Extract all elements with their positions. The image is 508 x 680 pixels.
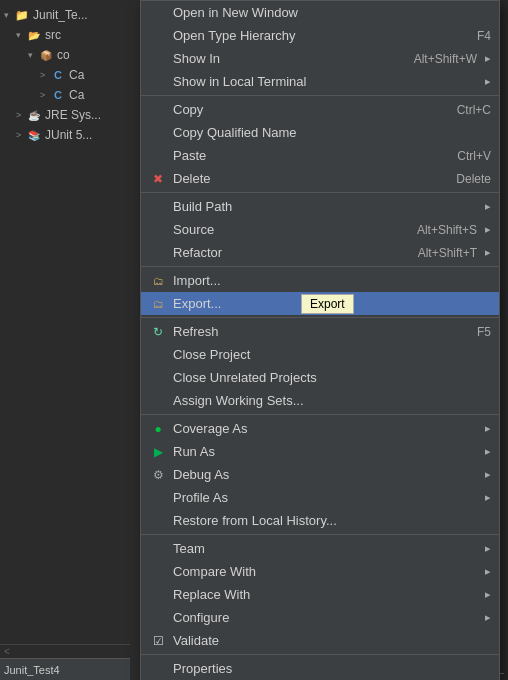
submenu-arrow-configure: ▸: [485, 611, 491, 624]
run-icon: ▶: [149, 443, 167, 461]
tree-item-ca2[interactable]: > C Ca: [0, 85, 130, 105]
menu-item-debug-as[interactable]: ⚙ Debug As ▸: [141, 463, 499, 486]
menu-item-show-local-terminal[interactable]: Show in Local Terminal ▸: [141, 70, 499, 93]
tree-item-jre[interactable]: > ☕ JRE Sys...: [0, 105, 130, 125]
tree-label-project: Junit_Te...: [33, 8, 88, 22]
menu-item-profile-as[interactable]: Profile As ▸: [141, 486, 499, 509]
shortcut-refactor: Alt+Shift+T: [418, 246, 477, 260]
menu-item-run-as[interactable]: ▶ Run As ▸: [141, 440, 499, 463]
status-bar: Junit_Test4: [0, 658, 130, 680]
menu-item-validate[interactable]: ☑ Validate: [141, 629, 499, 652]
shortcut-refresh: F5: [477, 325, 491, 339]
menu-item-paste[interactable]: Paste Ctrl+V: [141, 144, 499, 167]
submenu-arrow-compare: ▸: [485, 565, 491, 578]
arrow-ca1: >: [40, 70, 48, 80]
menu-item-copy-qualified[interactable]: Copy Qualified Name: [141, 121, 499, 144]
status-label: Junit_Test4: [4, 664, 60, 676]
debug-icon: ⚙: [149, 466, 167, 484]
menu-item-import[interactable]: 🗂 Import...: [141, 269, 499, 292]
submenu-arrow-profile: ▸: [485, 491, 491, 504]
separator-4: [141, 317, 499, 318]
menu-label-refactor: Refactor: [173, 245, 398, 260]
jre-icon: ☕: [26, 107, 42, 123]
menu-label-copy: Copy: [173, 102, 437, 117]
menu-label-close-unrelated: Close Unrelated Projects: [173, 370, 491, 385]
menu-label-configure: Configure: [173, 610, 477, 625]
coverage-icon: ●: [149, 420, 167, 438]
menu-item-build-path[interactable]: Build Path ▸: [141, 195, 499, 218]
submenu-arrow-local-terminal: ▸: [485, 75, 491, 88]
submenu-arrow-replace: ▸: [485, 588, 491, 601]
submenu-arrow-run: ▸: [485, 445, 491, 458]
menu-item-source[interactable]: Source Alt+Shift+S ▸: [141, 218, 499, 241]
submenu-arrow-coverage: ▸: [485, 422, 491, 435]
shortcut-source: Alt+Shift+S: [417, 223, 477, 237]
shortcut-delete: Delete: [456, 172, 491, 186]
refresh-icon: ↻: [149, 323, 167, 341]
menu-item-configure[interactable]: Configure ▸: [141, 606, 499, 629]
submenu-arrow-source: ▸: [485, 223, 491, 236]
menu-label-restore-local-history: Restore from Local History...: [173, 513, 491, 528]
submenu-arrow-show-in: ▸: [485, 52, 491, 65]
submenu-arrow-team: ▸: [485, 542, 491, 555]
project-tree: ▾ 📁 Junit_Te... ▾ 📂 src ▾ 📦 co > C Ca > …: [0, 0, 130, 680]
menu-item-restore-local-history[interactable]: Restore from Local History...: [141, 509, 499, 532]
menu-label-assign-working-sets: Assign Working Sets...: [173, 393, 491, 408]
tree-label-junit: JUnit 5...: [45, 128, 92, 142]
tree-item-project[interactable]: ▾ 📁 Junit_Te...: [0, 5, 130, 25]
menu-label-import: Import...: [173, 273, 491, 288]
shortcut-show-in: Alt+Shift+W: [414, 52, 477, 66]
separator-5: [141, 414, 499, 415]
menu-label-build-path: Build Path: [173, 199, 477, 214]
menu-label-copy-qualified: Copy Qualified Name: [173, 125, 491, 140]
tree-label-ca1: Ca: [69, 68, 84, 82]
menu-item-refresh[interactable]: ↻ Refresh F5: [141, 320, 499, 343]
menu-item-copy[interactable]: Copy Ctrl+C: [141, 98, 499, 121]
menu-label-delete: Delete: [173, 171, 436, 186]
menu-item-close-project[interactable]: Close Project: [141, 343, 499, 366]
menu-item-replace-with[interactable]: Replace With ▸: [141, 583, 499, 606]
menu-item-compare-with[interactable]: Compare With ▸: [141, 560, 499, 583]
menu-item-team[interactable]: Team ▸: [141, 537, 499, 560]
menu-label-source: Source: [173, 222, 397, 237]
validate-icon: ☑: [149, 632, 167, 650]
separator-6: [141, 534, 499, 535]
delete-icon: ✖: [149, 170, 167, 188]
project-icon: 📁: [14, 7, 30, 23]
tree-item-co[interactable]: ▾ 📦 co: [0, 45, 130, 65]
tree-item-junit[interactable]: > 📚 JUnit 5...: [0, 125, 130, 145]
tree-item-src[interactable]: ▾ 📂 src: [0, 25, 130, 45]
menu-label-show-local-terminal: Show in Local Terminal: [173, 74, 477, 89]
menu-item-coverage-as[interactable]: ● Coverage As ▸: [141, 417, 499, 440]
expand-arrow: ▾: [4, 10, 12, 20]
tree-item-ca1[interactable]: > C Ca: [0, 65, 130, 85]
context-menu: Open in New Window Open Type Hierarchy F…: [140, 0, 500, 680]
shortcut-copy: Ctrl+C: [457, 103, 491, 117]
menu-label-compare-with: Compare With: [173, 564, 477, 579]
menu-item-open-new-window[interactable]: Open in New Window: [141, 1, 499, 24]
menu-label-debug-as: Debug As: [173, 467, 477, 482]
menu-label-properties: Properties: [173, 661, 491, 676]
menu-item-delete[interactable]: ✖ Delete Delete: [141, 167, 499, 190]
menu-item-close-unrelated[interactable]: Close Unrelated Projects: [141, 366, 499, 389]
arrow-jre: >: [16, 110, 24, 120]
import-icon: 🗂: [149, 272, 167, 290]
class-icon-1: C: [50, 67, 66, 83]
menu-item-export[interactable]: 🗂 Export... Export: [141, 292, 499, 315]
separator-3: [141, 266, 499, 267]
tree-label-src: src: [45, 28, 61, 42]
tree-label-co: co: [57, 48, 70, 62]
menu-item-properties[interactable]: Properties: [141, 657, 499, 680]
tree-label-jre: JRE Sys...: [45, 108, 101, 122]
menu-item-open-type-hierarchy[interactable]: Open Type Hierarchy F4: [141, 24, 499, 47]
menu-item-refactor[interactable]: Refactor Alt+Shift+T ▸: [141, 241, 499, 264]
separator-7: [141, 654, 499, 655]
menu-label-refresh: Refresh: [173, 324, 457, 339]
submenu-arrow-debug: ▸: [485, 468, 491, 481]
menu-item-show-in[interactable]: Show In Alt+Shift+W ▸: [141, 47, 499, 70]
menu-label-profile-as: Profile As: [173, 490, 477, 505]
scroll-area: <: [0, 644, 130, 658]
menu-item-assign-working-sets[interactable]: Assign Working Sets...: [141, 389, 499, 412]
separator-2: [141, 192, 499, 193]
expand-arrow-co: ▾: [28, 50, 36, 60]
